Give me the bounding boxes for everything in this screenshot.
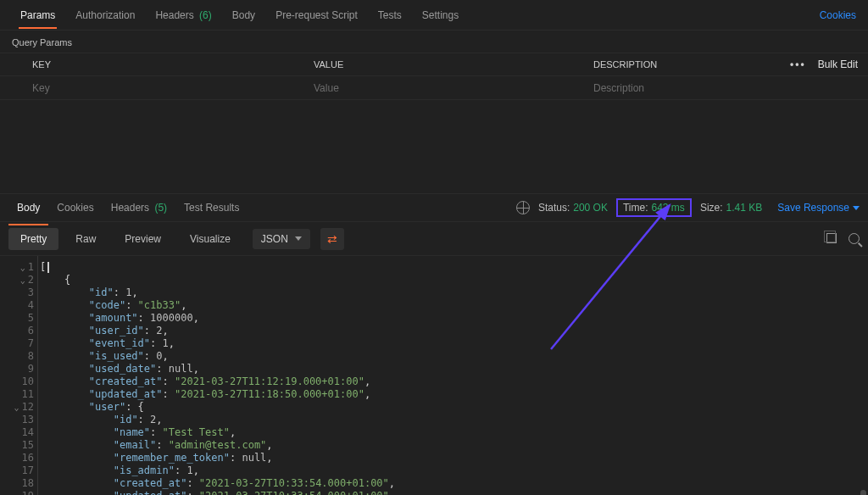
response-bar: Body Cookies Headers (5) Test Results St… (0, 193, 868, 222)
response-headers-label: Headers (111, 202, 149, 214)
description-input[interactable]: Description (585, 82, 868, 94)
save-response-button[interactable]: Save Response (777, 202, 860, 214)
response-tab-headers[interactable]: Headers (5) (103, 197, 175, 219)
tab-prerequest[interactable]: Pre-request Script (265, 3, 368, 28)
copy-icon[interactable] (826, 233, 837, 243)
col-description-header: DESCRIPTION (585, 59, 780, 70)
status-value: 200 OK (573, 202, 608, 214)
chevron-down-icon (853, 206, 860, 210)
tab-params[interactable]: Params (10, 3, 65, 28)
response-body: ⌄1⌄234567891011⌄121314151617181920 [ { "… (0, 256, 868, 495)
wrap-icon: ⇄ (327, 232, 337, 246)
view-preview[interactable]: Preview (113, 228, 173, 250)
fold-icon[interactable]: ⌄ (14, 401, 19, 414)
status-label: Status: (538, 202, 570, 214)
wrap-lines-button[interactable]: ⇄ (320, 228, 344, 250)
vertical-scrollbar[interactable] (860, 490, 868, 495)
col-key-header: KEY (0, 59, 305, 70)
save-response-label: Save Response (777, 202, 849, 214)
tab-headers-label: Headers (155, 9, 193, 21)
tab-tests[interactable]: Tests (368, 3, 412, 28)
time-value: 643 ms (652, 202, 685, 214)
format-value: JSON (261, 233, 288, 245)
view-visualize[interactable]: Visualize (178, 228, 242, 250)
param-empty-row[interactable]: Key Value Description (0, 76, 868, 100)
response-tab-test-results[interactable]: Test Results (175, 197, 248, 219)
headers-count: (6) (199, 9, 212, 21)
param-header-row: KEY VALUE DESCRIPTION ••• Bulk Edit (0, 53, 868, 76)
tab-authorization[interactable]: Authorization (65, 3, 145, 28)
value-input[interactable]: Value (305, 82, 585, 94)
tab-body[interactable]: Body (222, 3, 265, 28)
size-label: Size: (700, 202, 723, 214)
time-label: Time: (623, 202, 648, 214)
fold-icon[interactable]: ⌄ (20, 274, 25, 286)
response-tab-body[interactable]: Body (8, 197, 48, 219)
response-status: Status:200 OK Time:643 ms Size:1.41 KB (538, 198, 762, 217)
json-viewer[interactable]: [ { "id": 1, "code": "c1b33", "amount": … (37, 256, 868, 495)
scrollbar-thumb[interactable] (860, 490, 866, 495)
query-params-label: Query Params (0, 31, 868, 53)
tab-headers[interactable]: Headers (6) (145, 3, 221, 28)
format-select[interactable]: JSON (253, 229, 310, 249)
network-icon[interactable] (516, 201, 530, 214)
size-value: 1.41 KB (726, 202, 763, 214)
fold-icon[interactable]: ⌄ (20, 261, 25, 274)
chevron-down-icon (295, 236, 302, 241)
bulk-edit-button[interactable]: Bulk Edit (818, 58, 858, 70)
time-highlight: Time:643 ms (616, 198, 692, 217)
tab-settings[interactable]: Settings (412, 3, 469, 28)
line-number-gutter: ⌄1⌄234567891011⌄121314151617181920 (0, 256, 37, 495)
view-raw[interactable]: Raw (64, 228, 108, 250)
col-value-header: VALUE (305, 59, 585, 70)
more-columns-icon[interactable]: ••• (790, 58, 806, 70)
request-tabs: Params Authorization Headers (6) Body Pr… (0, 0, 868, 31)
view-pretty[interactable]: Pretty (8, 228, 58, 250)
response-tab-cookies[interactable]: Cookies (48, 197, 102, 219)
search-icon[interactable] (849, 233, 860, 244)
cookies-link[interactable]: Cookies (820, 9, 858, 21)
key-input[interactable]: Key (0, 82, 305, 94)
response-headers-count: (5) (154, 202, 167, 214)
body-toolbar: Pretty Raw Preview Visualize JSON ⇄ (0, 222, 868, 256)
